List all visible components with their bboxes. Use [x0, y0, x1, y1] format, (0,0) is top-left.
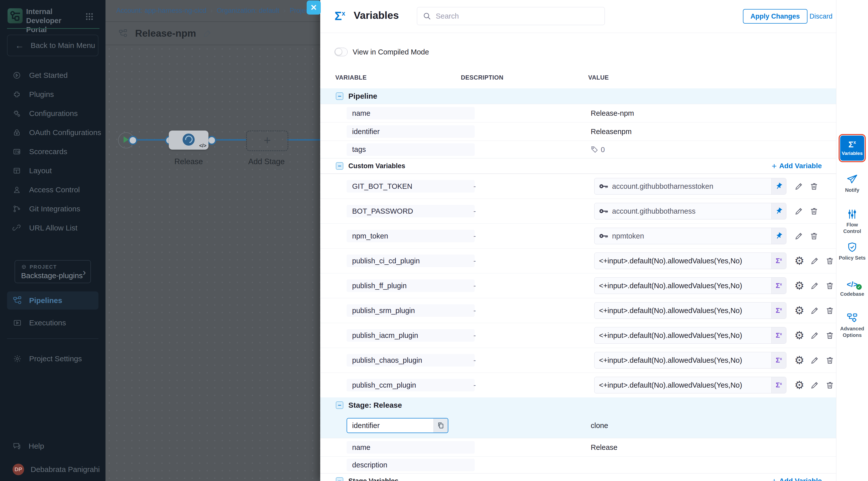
expression-value-field[interactable]: <+input>.default(No).allowedValues(Yes,N… [594, 278, 786, 294]
sidebar-item-get-started[interactable]: Get Started [0, 66, 105, 85]
expression-value-field[interactable]: <+input>.default(No).allowedValues(Yes,N… [594, 352, 786, 368]
search-box [417, 7, 605, 25]
sigma-variables-icon: Σx [335, 10, 345, 22]
delete-icon[interactable] [825, 331, 834, 340]
edit-icon[interactable] [795, 206, 803, 216]
rail-item-codebase[interactable]: </>✓ Codebase [836, 280, 868, 297]
expression-type-button[interactable]: Σx [771, 327, 786, 344]
edit-icon[interactable] [810, 306, 819, 315]
add-stage-button[interactable]: + [246, 131, 288, 151]
collapse-icon[interactable]: − [336, 477, 343, 481]
secret-value-field[interactable]: account.githubbotharness [594, 203, 786, 219]
gear-icon[interactable]: ⚙ [795, 255, 804, 266]
sidebar-item-pipelines[interactable]: Pipelines [7, 291, 98, 310]
rail-item-variables[interactable]: Σx Variables [840, 135, 864, 161]
pipelines-icon [13, 296, 22, 305]
sidebar-item-help[interactable]: Help [0, 438, 105, 454]
expression-text: <+input>.default(No).allowedValues(Yes,N… [594, 381, 771, 389]
delete-icon[interactable] [825, 381, 834, 390]
add-variable-button[interactable]: +Add Variable [772, 474, 822, 481]
sidebar-item-oauth-configurations[interactable]: OAuth Configurations [0, 123, 105, 142]
delete-icon[interactable] [825, 356, 834, 365]
secret-value-field[interactable]: npmtoken [594, 228, 786, 244]
sidebar-item-scorecards[interactable]: Scorecards [0, 142, 105, 161]
expression-type-button[interactable]: Σx [771, 377, 786, 393]
expression-type-button[interactable]: Σx [771, 352, 786, 368]
variable-name: GIT_BOT_TOKEN [347, 180, 475, 193]
expression-value-field[interactable]: <+input>.default(No).allowedValues(Yes,N… [594, 302, 786, 319]
collapse-icon[interactable]: − [336, 402, 343, 409]
edit-icon[interactable] [810, 381, 819, 390]
sidebar-item-configurations[interactable]: Configurations [0, 104, 105, 123]
compiled-mode-toggle[interactable] [335, 48, 348, 56]
delete-icon[interactable] [809, 182, 818, 191]
expression-value-field[interactable]: <+input>.default(No).allowedValues(Yes,N… [594, 253, 786, 269]
secret-value-field[interactable]: account.githubbotharnesstoken [594, 178, 786, 195]
rail-item-notify[interactable]: Notify [836, 174, 868, 193]
edit-icon[interactable] [810, 281, 819, 290]
identifier-input[interactable] [347, 418, 434, 432]
collapse-icon[interactable]: − [336, 162, 343, 170]
rail-item-flow-control[interactable]: Flow Control [836, 209, 868, 234]
gear-icon[interactable]: ⚙ [795, 305, 804, 316]
breadcrumb-account[interactable]: Account: app-harness-ng-cicd [116, 7, 207, 14]
stage-card-release[interactable]: </> [169, 131, 209, 150]
gear-icon[interactable]: ⚙ [795, 280, 804, 291]
variable-name: npm_token [347, 230, 475, 242]
expression-type-button[interactable]: Σx [771, 278, 786, 294]
pin-button[interactable] [771, 228, 786, 244]
add-variable-button[interactable]: +Add Variable [772, 158, 822, 173]
secret-reference: npmtoken [612, 232, 771, 240]
edit-icon[interactable] [795, 182, 803, 191]
sidebar-item-plugins[interactable]: Plugins [0, 85, 105, 104]
connector-node[interactable] [128, 136, 137, 145]
delete-icon[interactable] [825, 306, 834, 315]
search-input[interactable] [435, 12, 604, 21]
nav-label: Project Settings [29, 354, 82, 363]
apply-changes-button[interactable]: Apply Changes [743, 9, 807, 24]
apps-grid-icon[interactable] [85, 12, 94, 21]
edit-icon[interactable] [810, 331, 819, 340]
expression-value-field[interactable]: <+input>.default(No).allowedValues(Yes,N… [594, 327, 786, 344]
back-to-main-menu-button[interactable]: ← Back to Main Menu [7, 35, 98, 56]
sidebar-item-project-settings[interactable]: Project Settings [7, 350, 98, 368]
delete-icon[interactable] [825, 256, 834, 265]
sidebar-item-git-integrations[interactable]: Git Integrations [0, 199, 105, 218]
project-selector[interactable]: PROJECT Backstage-plugins › [14, 260, 91, 283]
sidebar-item-url-allow-list[interactable]: URL Allow List [0, 218, 105, 237]
expression-value-field[interactable]: <+input>.default(No).allowedValues(Yes,N… [594, 377, 786, 393]
delete-icon[interactable] [809, 206, 818, 216]
edit-title-icon[interactable] [203, 29, 212, 38]
rail-item-advanced-options[interactable]: Advanced Options [836, 312, 868, 339]
pin-button[interactable] [771, 203, 786, 219]
sigma-variables-icon: Σx [848, 140, 856, 149]
variables-drawer: ✕ Σx Variables Apply Changes Discard Vie… [320, 0, 868, 481]
link-icon [12, 224, 21, 232]
tags-value[interactable]: 0 [591, 146, 605, 154]
pin-button[interactable] [771, 178, 786, 194]
discard-button[interactable]: Discard [809, 12, 833, 20]
expression-type-button[interactable]: Σx [771, 253, 786, 269]
section-header-custom-variables: −Custom Variables+Add Variable [320, 158, 836, 174]
delete-icon[interactable] [809, 231, 818, 241]
copy-button[interactable] [434, 418, 448, 432]
rail-item-policy-sets[interactable]: Policy Sets [836, 242, 868, 261]
get-started-icon [12, 71, 21, 79]
expression-type-button[interactable]: Σx [771, 302, 786, 319]
edit-icon[interactable] [795, 231, 803, 241]
user-menu[interactable]: DP Debabrata Panigrahi [0, 461, 105, 478]
gear-icon[interactable]: ⚙ [795, 355, 804, 366]
sidebar-item-access-control[interactable]: Access Control [0, 180, 105, 199]
sidebar-item-executions[interactable]: Executions [7, 314, 98, 332]
delete-icon[interactable] [825, 281, 834, 290]
close-drawer-button[interactable]: ✕ [307, 0, 321, 14]
edit-icon[interactable] [810, 256, 819, 265]
breadcrumb-organization[interactable]: Organization: default [217, 7, 279, 14]
sidebar-item-layout[interactable]: Layout [0, 161, 105, 180]
variable-value: Release [591, 443, 617, 452]
edit-icon[interactable] [810, 356, 819, 365]
collapse-icon[interactable]: − [336, 92, 343, 100]
gear-icon[interactable]: ⚙ [795, 380, 804, 391]
connector-node[interactable] [207, 136, 216, 145]
gear-icon[interactable]: ⚙ [795, 330, 804, 341]
